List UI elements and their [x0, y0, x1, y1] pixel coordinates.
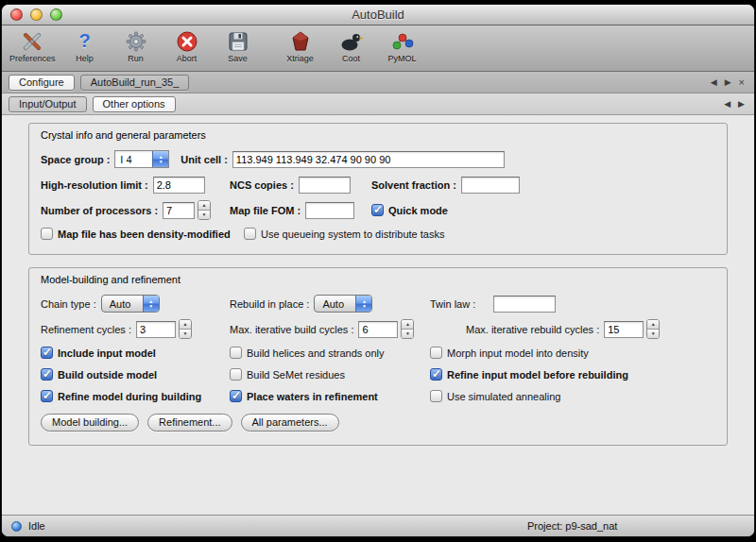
close-button[interactable] — [10, 8, 23, 21]
refine-during-building-checkbox[interactable]: Refine model during building — [41, 390, 201, 402]
stepper-down-icon[interactable]: ▼ — [198, 211, 210, 219]
model-building-button[interactable]: Model building... — [41, 414, 139, 432]
stepper-down-icon[interactable]: ▼ — [402, 330, 413, 338]
ncs-copies-label: NCS copies : — [230, 179, 294, 191]
ncs-copies-input[interactable] — [299, 177, 351, 194]
space-group-label: Space group : — [41, 154, 110, 165]
max-rebuild-cycles-input[interactable] — [604, 321, 644, 338]
space-group-select[interactable]: I 4 ▲ ▼ — [114, 150, 169, 168]
solvent-fraction-input[interactable] — [461, 177, 520, 194]
help-icon: ? — [78, 28, 90, 54]
stepper-up-icon[interactable]: ▲ — [647, 320, 659, 330]
run-button[interactable]: Run — [111, 27, 162, 63]
checkbox-label: Map file has been density-modified — [58, 229, 231, 240]
queueing-system-checkbox[interactable]: Use queueing system to distribute tasks — [244, 228, 444, 240]
chain-type-value: Auto — [110, 298, 131, 310]
model-building-group: Model-building and refinement Chain type… — [28, 267, 728, 446]
refinement-button[interactable]: Refinement... — [147, 414, 232, 432]
abort-button[interactable]: Abort — [162, 27, 213, 63]
tab-label: Configure — [19, 76, 64, 88]
include-input-model-checkbox[interactable]: Include input model — [41, 347, 156, 359]
status-text: Idle — [28, 520, 45, 532]
build-outside-model-checkbox[interactable]: Build outside model — [41, 368, 157, 381]
tab-input-output[interactable]: Input/Output — [9, 96, 87, 112]
pymol-button[interactable]: PyMOL — [377, 27, 428, 63]
simulated-annealing-checkbox[interactable]: Use simulated annealing — [430, 390, 560, 402]
quick-mode-checkbox[interactable]: Quick mode — [371, 204, 448, 216]
refine-input-model-checkbox[interactable]: Refine input model before rebuilding — [430, 368, 628, 381]
subtab-nav-controls: ◀ ▶ — [724, 99, 747, 109]
save-button[interactable]: Save — [213, 27, 264, 63]
max-build-cycles-label: Max. iterative build cycles : — [230, 324, 353, 335]
checkbox-icon — [371, 204, 384, 216]
map-fom-input[interactable] — [305, 202, 354, 219]
max-rebuild-cycles-label: Max. iterative rebuild cycles : — [466, 324, 599, 335]
subtab-next-icon[interactable]: ▶ — [738, 99, 745, 109]
checkbox-icon — [41, 390, 53, 402]
window-controls — [10, 8, 62, 21]
main-tab-bar: Configure AutoBuild_run_35_ ◀ ▶ × — [2, 72, 754, 93]
unit-cell-input[interactable] — [232, 151, 505, 168]
max-build-cycles-input[interactable] — [358, 321, 398, 338]
checkbox-icon — [41, 368, 53, 381]
processors-stepper[interactable]: ▲ ▼ — [198, 200, 211, 220]
stepper-down-icon[interactable]: ▼ — [180, 330, 191, 338]
stepper-up-icon[interactable]: ▲ — [402, 320, 413, 330]
tab-prev-icon[interactable]: ◀ — [711, 77, 717, 87]
toolbar-label: Save — [228, 54, 248, 63]
subtab-prev-icon[interactable]: ◀ — [724, 99, 730, 109]
tab-other-options[interactable]: Other options — [93, 96, 176, 112]
minimize-button[interactable] — [30, 8, 43, 21]
place-waters-checkbox[interactable]: Place waters in refinement — [230, 390, 378, 402]
status-bar: Idle Project: p9-sad_nat — [2, 515, 754, 536]
coot-button[interactable]: Coot — [326, 27, 377, 63]
help-button[interactable]: ? Help — [60, 27, 111, 63]
checkbox-icon — [41, 228, 53, 240]
dropdown-arrows-icon: ▲ ▼ — [355, 296, 371, 312]
toolbar-label: Abort — [177, 54, 198, 63]
max-rebuild-cycles-stepper[interactable]: ▲ ▼ — [646, 319, 660, 339]
project-label: Project: p9-sad_nat — [527, 520, 617, 532]
toolbar-label: Help — [76, 54, 94, 63]
checkbox-label: Build outside model — [58, 369, 157, 381]
checkbox-label: Use queueing system to distribute tasks — [261, 229, 444, 240]
down-arrow-icon: ▼ — [159, 160, 163, 164]
twin-law-input[interactable] — [493, 296, 556, 313]
refinement-cycles-stepper[interactable]: ▲ ▼ — [179, 319, 192, 339]
density-modified-checkbox[interactable]: Map file has been density-modified — [41, 228, 231, 240]
chain-type-select[interactable]: Auto ▲ ▼ — [101, 295, 160, 313]
rebuild-in-place-select[interactable]: Auto ▲ ▼ — [314, 295, 372, 313]
run-gear-icon — [125, 28, 147, 54]
options-panel: Crystal info and general parameters Spac… — [2, 115, 754, 515]
all-parameters-button[interactable]: All parameters... — [241, 414, 339, 432]
tab-configure[interactable]: Configure — [9, 75, 75, 91]
build-semet-residues-checkbox[interactable]: Build SeMet residues — [230, 368, 345, 381]
high-resolution-input[interactable] — [153, 177, 205, 194]
toolbar-label: PyMOL — [388, 54, 417, 63]
refinement-cycles-input[interactable] — [136, 321, 176, 338]
morph-input-model-checkbox[interactable]: Morph input model into density — [430, 347, 589, 359]
checkbox-label: Refine model during building — [58, 391, 201, 402]
coot-bird-icon — [339, 28, 364, 54]
autobuild-window: AutoBuild Preferences ? Help — [2, 5, 754, 536]
save-floppy-icon — [227, 28, 249, 54]
chain-type-label: Chain type : — [41, 298, 96, 310]
status-indicator-icon — [11, 521, 22, 532]
build-helices-strands-checkbox[interactable]: Build helices and strands only — [230, 347, 385, 359]
xtriage-button[interactable]: Xtriage — [275, 27, 326, 63]
tab-next-icon[interactable]: ▶ — [725, 77, 731, 87]
high-resolution-label: High-resolution limit : — [41, 179, 148, 191]
tab-autobuild-run-35[interactable]: AutoBuild_run_35_ — [80, 75, 190, 91]
stepper-up-icon[interactable]: ▲ — [180, 320, 191, 330]
preferences-button[interactable]: Preferences — [6, 27, 60, 63]
processors-input[interactable] — [163, 202, 195, 219]
stepper-down-icon[interactable]: ▼ — [647, 330, 659, 338]
tab-close-icon[interactable]: × — [739, 78, 745, 87]
stepper-up-icon[interactable]: ▲ — [198, 201, 210, 211]
max-build-cycles-stepper[interactable]: ▲ ▼ — [401, 319, 414, 339]
group-title: Crystal info and general parameters — [41, 129, 715, 141]
zoom-button[interactable] — [50, 8, 62, 21]
dropdown-arrows-icon: ▲ ▼ — [143, 296, 159, 312]
down-arrow-icon: ▼ — [362, 304, 367, 309]
title-bar[interactable]: AutoBuild — [2, 5, 754, 25]
